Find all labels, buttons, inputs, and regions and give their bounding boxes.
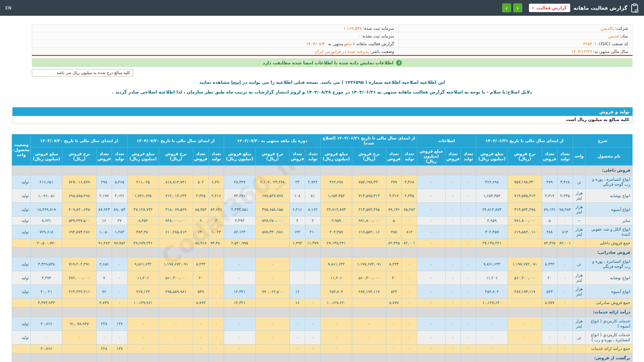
value-cell: ۰ bbox=[31, 331, 62, 345]
value-cell: ۰ bbox=[305, 317, 320, 331]
section-title-cell: فروش داخلی: bbox=[586, 166, 633, 175]
value-cell: ۹۱,۴۸۴ bbox=[96, 239, 112, 248]
status-cell: تولید bbox=[12, 257, 31, 271]
section-cell bbox=[320, 248, 352, 257]
column-subheader: تعداد تولید bbox=[461, 147, 476, 166]
section-cell bbox=[352, 248, 386, 257]
value-cell: ۰ bbox=[401, 331, 417, 345]
value-cell: ۰ bbox=[401, 257, 417, 271]
value-cell: ۴۸۲,۰۰۰,۰۰۰ bbox=[62, 271, 96, 285]
value-cell: ۰ bbox=[208, 331, 224, 345]
previous-version-link[interactable]: اینجا bbox=[231, 80, 241, 85]
column-subheader: تعداد فروش bbox=[289, 147, 305, 166]
value-cell: ۰ bbox=[208, 271, 224, 285]
value-cell: ۰ bbox=[255, 331, 289, 345]
info-value: پذیرفته شده در فرابورس ایران bbox=[314, 49, 370, 54]
value-cell: ۰ bbox=[476, 331, 507, 345]
value-cell: ۰ bbox=[461, 175, 476, 189]
value-cell: ۷۹,۱۳۶ bbox=[386, 203, 401, 217]
value-cell bbox=[159, 345, 193, 353]
prev-report-button[interactable]: ‹ bbox=[513, 3, 522, 12]
report-type-dropdown[interactable]: گزارش فعالیت ▾ bbox=[529, 4, 570, 12]
value-cell: ۱۰۸ bbox=[289, 189, 305, 203]
value-cell: ۲۰,۰۲۱ bbox=[31, 285, 62, 299]
company-info-cell: شرکت:پاکدیس bbox=[398, 24, 632, 32]
value-cell: ۰ bbox=[224, 317, 255, 331]
section-cell bbox=[193, 307, 208, 317]
value-cell: ۶۹۴,۸۷۴,۲۸۶ bbox=[62, 225, 96, 239]
table-row: انواع نوشابههزار لیتر۲,۳۳۵۲,۳۱۷۷۱۳,۵۷۵,۳… bbox=[12, 189, 632, 203]
language-toggle[interactable]: EN bbox=[5, 5, 11, 10]
value-cell: ۰ bbox=[461, 217, 476, 225]
column-subheader: مبلغ فروش (میلیون ریال) bbox=[31, 147, 62, 166]
value-cell: ۰ bbox=[320, 345, 352, 353]
value-cell: ۲۴,۸۱۴,۸۷۳ bbox=[320, 203, 352, 217]
column-group-header-1: اصلاحات bbox=[417, 134, 476, 147]
report-clipboard-icon bbox=[631, 3, 639, 13]
value-cell bbox=[62, 345, 96, 353]
column-header-unit: واحد bbox=[573, 147, 585, 166]
status-cell: تولید bbox=[12, 285, 31, 299]
value-cell: ۰ bbox=[320, 317, 352, 331]
value-cell bbox=[507, 345, 542, 353]
section-cell bbox=[573, 307, 585, 317]
value-cell: ۰ bbox=[386, 331, 401, 345]
value-cell: ۸۸,۹۱۸ bbox=[193, 239, 208, 248]
value-cell: ۰ bbox=[159, 317, 193, 331]
value-cell: ۰ bbox=[445, 345, 461, 353]
value-cell: ۰ bbox=[193, 317, 208, 331]
section-row: درآمد ارائه خدمات: bbox=[12, 307, 632, 317]
value-cell: ۵۲۳ bbox=[542, 285, 557, 299]
value-cell: ۲,۹۲۲ bbox=[305, 175, 320, 189]
value-cell: ۱۱,۲۰۶ bbox=[127, 271, 159, 285]
value-cell: ۰ bbox=[461, 203, 476, 217]
value-cell: ۴۸۷,۱۹۳,۱۱۷ bbox=[507, 285, 542, 299]
value-cell: ۲,۳۳۵ bbox=[557, 189, 573, 203]
value-cell: ۰ bbox=[289, 345, 305, 353]
section-cell bbox=[193, 353, 208, 362]
value-cell: ۹۳,۳۸۰ bbox=[208, 239, 224, 248]
unit-cell: هزار لیتر bbox=[573, 271, 585, 285]
status-cell: تولید bbox=[12, 225, 31, 239]
section-cell bbox=[96, 307, 112, 317]
table-row: انواع آبمیوههزار لیتر۰۵۲۳۴۸۷,۱۹۳,۱۱۷۲۵۴,… bbox=[12, 285, 632, 299]
value-cell: ۰ bbox=[255, 257, 289, 271]
value-cell: ۴ bbox=[289, 217, 305, 225]
section-title-cell: فروش صادراتی: bbox=[586, 248, 633, 257]
value-cell: ۰ bbox=[557, 257, 573, 271]
section-cell bbox=[386, 248, 401, 257]
value-cell: ۲۷ bbox=[112, 217, 127, 225]
value-cell: ۴۸,۳۴۷ bbox=[224, 175, 255, 189]
value-cell: ۰ bbox=[112, 331, 127, 345]
unit-cell: -- bbox=[573, 217, 585, 225]
value-cell: ۱۳۷ bbox=[112, 317, 127, 331]
value-cell: ۲۲۸ bbox=[96, 345, 112, 353]
value-cell: ۰ bbox=[417, 271, 445, 285]
unit-cell: تن bbox=[573, 257, 585, 271]
value-cell: ۰ bbox=[461, 189, 476, 203]
value-cell: ۰ bbox=[305, 299, 320, 307]
value-cell: ۰ bbox=[401, 345, 417, 353]
section-cell bbox=[305, 166, 320, 175]
value-cell bbox=[62, 239, 96, 248]
section-cell bbox=[127, 248, 159, 257]
value-cell: ۵۶۰,۳۰۰,۰۰۰ bbox=[352, 271, 386, 285]
next-report-button[interactable]: › bbox=[502, 3, 511, 12]
chevron-left-icon: ‹ bbox=[517, 5, 519, 11]
value-cell: ۲۴,۸۱۴,۸۷۳ bbox=[476, 203, 507, 217]
section-cell bbox=[289, 307, 305, 317]
section-cell bbox=[445, 166, 461, 175]
value-cell: ۰ bbox=[289, 331, 305, 345]
value-cell: ۱۲,۳۲۱ bbox=[224, 285, 255, 299]
value-cell: ۶,۲۱۶ bbox=[289, 203, 305, 217]
value-cell: ۰ bbox=[96, 331, 112, 345]
section-title-cell: درآمد ارائه خدمات: bbox=[586, 307, 633, 317]
value-cell: ۲,۵۴۰,۹۹۵ bbox=[224, 239, 255, 248]
section-cell bbox=[461, 307, 476, 317]
value-cell: ۵ bbox=[386, 217, 401, 225]
section-cell bbox=[320, 353, 352, 362]
value-cell: ۰ bbox=[445, 331, 461, 345]
total-label-cell: جمع فروش صادراتی bbox=[586, 299, 633, 307]
value-cell: ۰ bbox=[417, 175, 445, 189]
section-cell bbox=[208, 166, 224, 175]
